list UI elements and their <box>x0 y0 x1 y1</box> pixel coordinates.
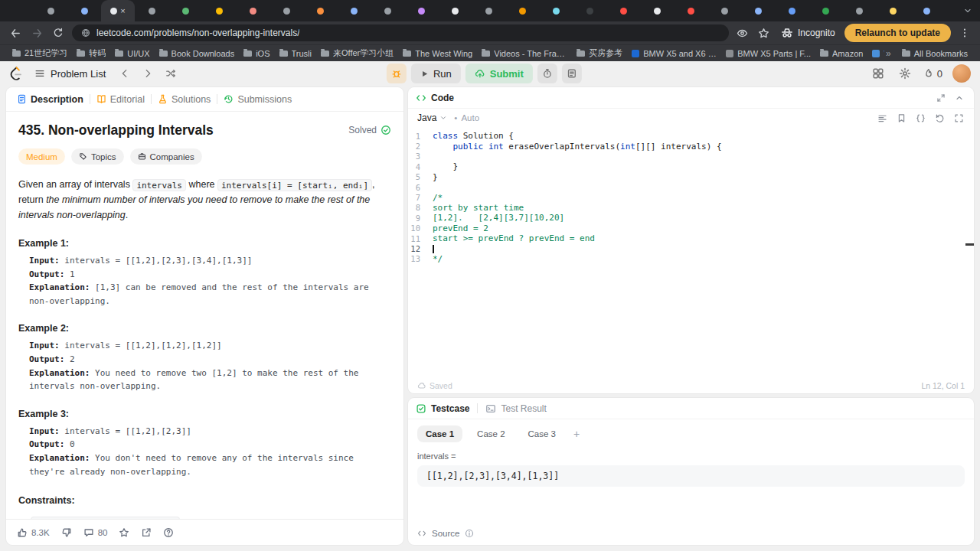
code-editor[interactable]: 1class Solution {2 public int eraseOverl… <box>408 127 974 378</box>
browser-tab[interactable] <box>606 0 640 21</box>
browser-tab[interactable] <box>303 0 337 21</box>
settings-gear-icon[interactable] <box>897 65 913 82</box>
braces-icon[interactable] <box>914 112 926 124</box>
browser-tab[interactable] <box>270 0 303 21</box>
browser-tab-active[interactable]: × <box>101 0 135 21</box>
relaunch-to-update-button[interactable]: Relaunch to update <box>844 24 951 42</box>
bookmark-item[interactable]: iOS <box>239 46 274 60</box>
bookmark-item[interactable]: 转码 <box>72 46 110 60</box>
browser-tab[interactable] <box>135 0 168 21</box>
tab-editorial[interactable]: Editorial <box>90 87 151 111</box>
reload-icon[interactable] <box>51 25 66 41</box>
companies-pill[interactable]: Companies <box>130 148 202 165</box>
language-select[interactable]: Java <box>417 112 447 123</box>
fullscreen-icon[interactable] <box>952 112 965 124</box>
submit-button[interactable]: Submit <box>466 64 533 83</box>
address-bar[interactable]: leetcode.com/problems/non-overlapping-in… <box>72 24 729 41</box>
code-line[interactable]: 13*/ <box>408 254 974 264</box>
layout-grid-icon[interactable] <box>870 65 887 82</box>
bookmark-item[interactable]: 来Offer学习小组 <box>316 46 398 60</box>
browser-tab[interactable] <box>539 0 573 21</box>
favorite-button[interactable] <box>119 527 129 538</box>
bookmark-star-icon[interactable] <box>756 25 772 41</box>
bookmark-item[interactable]: Videos - The Fran... <box>477 46 572 60</box>
panel-collapse-chevron-icon[interactable] <box>952 91 966 105</box>
case-1-tab[interactable]: Case 1 <box>417 425 462 442</box>
browser-tab[interactable] <box>775 0 808 21</box>
comments-button[interactable]: 80 <box>83 527 108 538</box>
code-line[interactable]: 12 <box>408 243 974 253</box>
tab-submissions[interactable]: Submissions <box>217 87 298 111</box>
browser-tab[interactable] <box>640 0 674 21</box>
bookmark-item[interactable]: The West Wing <box>398 46 477 60</box>
notes-button[interactable] <box>562 64 582 83</box>
browser-tab[interactable] <box>876 0 910 21</box>
browser-tab[interactable] <box>236 0 270 21</box>
browser-tab[interactable] <box>505 0 539 21</box>
prev-problem-icon[interactable] <box>116 65 133 82</box>
bookmark-item[interactable]: Vehicle Landing Pa... <box>867 46 884 60</box>
browser-tab[interactable] <box>371 0 404 21</box>
code-line[interactable]: 1class Solution { <box>408 131 974 141</box>
browser-tab[interactable] <box>707 0 741 21</box>
browser-tab[interactable] <box>438 0 472 21</box>
back-icon[interactable] <box>8 25 23 41</box>
browser-tab[interactable] <box>842 0 876 21</box>
eye-icon[interactable] <box>735 25 750 41</box>
browser-tab[interactable] <box>34 0 67 21</box>
add-case-icon[interactable]: + <box>570 428 583 440</box>
bookmark-item[interactable]: 21世纪学习 <box>8 46 72 60</box>
source-label[interactable]: Source <box>432 529 459 538</box>
feedback-button[interactable] <box>163 527 174 538</box>
testcase-tab[interactable]: Testcase <box>431 403 469 414</box>
test-result-tab[interactable]: Test Result <box>501 403 546 414</box>
case-2-tab[interactable]: Case 2 <box>469 425 513 442</box>
browser-menu-icon[interactable] <box>957 25 972 41</box>
like-button[interactable]: 8.3K <box>17 527 50 538</box>
browser-tab[interactable] <box>674 0 707 21</box>
bookmark-item[interactable]: Trusli <box>275 46 316 60</box>
browser-tab[interactable] <box>808 0 842 21</box>
all-bookmarks-button[interactable]: All Bookmarks <box>897 47 972 60</box>
leetcode-logo[interactable] <box>9 67 24 81</box>
code-line[interactable]: 3 <box>408 152 974 161</box>
avatar[interactable] <box>952 64 971 83</box>
bookmark-item[interactable]: BMW X5 Parts | F... <box>721 46 815 60</box>
browser-tab[interactable] <box>404 0 438 21</box>
reset-code-icon[interactable] <box>933 112 946 124</box>
code-line[interactable]: 2 public int eraseOverlapIntervals(int[]… <box>408 141 974 151</box>
daily-streak[interactable]: 0 <box>923 68 942 80</box>
code-line[interactable]: 7/* <box>408 192 974 202</box>
tab-solutions[interactable]: Solutions <box>152 87 217 111</box>
code-line[interactable]: 4 } <box>408 161 974 171</box>
run-button[interactable]: Run <box>411 64 461 83</box>
bookmark-item[interactable]: BMW X5 and X6 F... <box>627 46 721 60</box>
url-text[interactable]: leetcode.com/problems/non-overlapping-in… <box>96 28 299 38</box>
code-line[interactable]: 5} <box>408 172 974 182</box>
bookmark-item[interactable]: Book Downloads <box>155 46 240 60</box>
bookmark-item[interactable]: Amazon <box>815 46 867 60</box>
shuffle-icon[interactable] <box>162 65 179 82</box>
debugger-button[interactable] <box>387 64 407 83</box>
format-code-icon[interactable] <box>876 112 888 124</box>
browser-tab[interactable] <box>337 0 371 21</box>
dislike-button[interactable] <box>61 527 72 538</box>
browser-tab[interactable] <box>168 0 202 21</box>
browser-tab[interactable] <box>67 0 101 21</box>
case-3-tab[interactable]: Case 3 <box>520 425 564 442</box>
timer-button[interactable] <box>537 64 557 83</box>
tab-search-chevron-icon[interactable] <box>960 0 975 21</box>
panel-expand-icon[interactable] <box>934 91 948 105</box>
forward-icon[interactable] <box>29 25 44 41</box>
problem-list-button[interactable]: Problem List <box>30 65 110 83</box>
bookmark-item[interactable]: 买房参考 <box>572 46 627 60</box>
code-line[interactable]: 10prevEnd = 2 <box>408 223 974 233</box>
tab-close-icon[interactable]: × <box>120 7 125 15</box>
share-button[interactable] <box>141 527 152 538</box>
browser-tab[interactable] <box>910 0 943 21</box>
next-problem-icon[interactable] <box>139 65 156 82</box>
topics-pill[interactable]: Topics <box>71 148 124 165</box>
bookmark-item[interactable]: UI/UX <box>110 46 154 60</box>
browser-tab[interactable] <box>472 0 505 21</box>
code-line[interactable]: 11start >= prevEnd ? prevEnd = end <box>408 233 974 243</box>
